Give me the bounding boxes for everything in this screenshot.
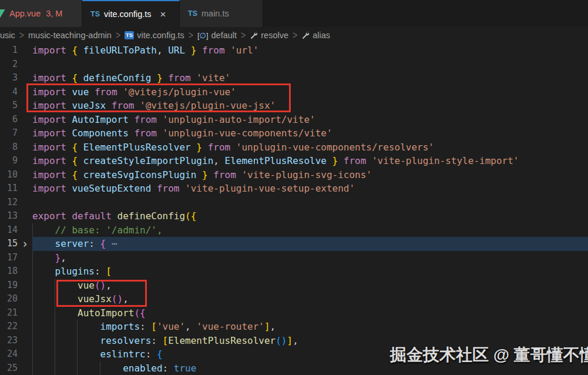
line-number[interactable]: 14 bbox=[0, 223, 18, 237]
code-text: import vueSetupExtend from 'vite-plugin-… bbox=[32, 182, 588, 196]
chevron-right-icon: > bbox=[19, 29, 24, 41]
line-number[interactable]: 5 bbox=[0, 99, 18, 113]
line-number[interactable]: 13 bbox=[0, 209, 18, 223]
wrench-icon bbox=[301, 31, 310, 39]
fold-gutter bbox=[18, 347, 32, 361]
code-line[interactable]: 12 bbox=[0, 196, 588, 210]
code-editor[interactable]: 1import { fileURLToPath, URL } from 'url… bbox=[0, 43, 588, 375]
line-number[interactable]: 15 bbox=[0, 237, 18, 251]
code-line[interactable]: 3import { defineConfig } from 'vite' bbox=[0, 71, 588, 85]
line-number[interactable]: 18 bbox=[0, 264, 18, 279]
tab-main-ts[interactable]: TS main.ts bbox=[180, 0, 263, 27]
code-text bbox=[32, 58, 588, 72]
code-line[interactable]: 9import { createStyleImportPlugin, Eleme… bbox=[0, 154, 588, 168]
line-number[interactable]: 10 bbox=[0, 168, 18, 182]
fold-gutter bbox=[18, 168, 32, 182]
line-number[interactable]: 9 bbox=[0, 154, 18, 168]
line-number[interactable]: 11 bbox=[0, 182, 18, 196]
line-number[interactable]: 24 bbox=[0, 347, 18, 361]
line-number[interactable]: 19 bbox=[0, 279, 18, 293]
line-number[interactable]: 4 bbox=[0, 85, 18, 99]
code-text bbox=[32, 196, 588, 210]
code-text: vueJsx(), bbox=[32, 292, 588, 306]
code-text: }, bbox=[32, 251, 588, 265]
tab-app-vue[interactable]: App.vue 3, M bbox=[0, 0, 82, 27]
chevron-right-icon: > bbox=[189, 29, 193, 41]
code-line[interactable]: 18 plugins: [ bbox=[0, 264, 588, 279]
code-line[interactable]: 6import AutoImport from 'unplugin-auto-i… bbox=[0, 113, 588, 127]
line-number[interactable]: 17 bbox=[0, 251, 18, 265]
code-text: plugins: [ bbox=[32, 264, 588, 279]
code-text: import { ElementPlusResolver } from 'unp… bbox=[32, 140, 588, 155]
code-line[interactable]: 17 }, bbox=[0, 251, 588, 265]
fold-gutter bbox=[18, 292, 32, 306]
fold-gutter bbox=[18, 196, 32, 210]
code-line[interactable]: 8import { ElementPlusResolver } from 'un… bbox=[0, 140, 588, 155]
code-text: import { fileURLToPath, URL } from 'url' bbox=[32, 43, 588, 58]
code-line[interactable]: 21 AutoImport({ bbox=[0, 306, 588, 320]
vscode-window: App.vue 3, M TS vite.config.ts × TS main… bbox=[0, 0, 588, 375]
chevron-right-icon: > bbox=[241, 29, 246, 41]
breadcrumb-item-project[interactable]: music-teaching-admin bbox=[28, 31, 112, 40]
typescript-icon: TS bbox=[188, 9, 197, 18]
fold-gutter bbox=[18, 320, 32, 334]
code-line[interactable]: 13export default defineConfig({ bbox=[0, 209, 588, 223]
code-area: 1import { fileURLToPath, URL } from 'url… bbox=[0, 43, 588, 375]
code-line[interactable]: 14 // base: '/admin/', bbox=[0, 223, 588, 237]
line-number[interactable]: 2 bbox=[0, 58, 18, 72]
tab-vite-config[interactable]: TS vite.config.ts × bbox=[82, 0, 180, 27]
line-number[interactable]: 12 bbox=[0, 196, 18, 210]
fold-gutter bbox=[18, 251, 32, 265]
line-number[interactable]: 23 bbox=[0, 334, 18, 348]
line-number[interactable]: 1 bbox=[0, 43, 18, 58]
fold-chevron-icon[interactable]: › bbox=[18, 237, 32, 251]
code-text: AutoImport({ bbox=[32, 306, 588, 320]
code-text: export default defineConfig({ bbox=[32, 209, 588, 223]
fold-gutter bbox=[18, 306, 32, 320]
line-number[interactable]: 6 bbox=[0, 113, 18, 127]
code-line[interactable]: 1import { fileURLToPath, URL } from 'url… bbox=[0, 43, 588, 58]
code-text: import { defineConfig } from 'vite' bbox=[32, 71, 588, 85]
code-line[interactable]: 19 vue(), bbox=[0, 279, 588, 293]
code-line[interactable]: 20 vueJsx(), bbox=[0, 292, 588, 306]
breadcrumb-item-file[interactable]: TS vite.config.ts bbox=[125, 31, 184, 40]
code-line[interactable]: 22 imports: ['vue', 'vue-router'], bbox=[0, 320, 588, 334]
line-number[interactable]: 21 bbox=[0, 306, 18, 320]
breadcrumb-item-resolve[interactable]: resolve bbox=[250, 31, 288, 40]
breadcrumb-item-music[interactable]: usic bbox=[0, 31, 15, 40]
code-text: import { createSvgIconsPlugin } from 'vi… bbox=[32, 168, 588, 182]
code-text: imports: ['vue', 'vue-router'], bbox=[32, 320, 588, 334]
fold-gutter bbox=[18, 182, 32, 196]
symbol-module-icon: [∅] bbox=[197, 31, 209, 40]
fold-gutter bbox=[18, 140, 32, 155]
fold-gutter bbox=[18, 99, 32, 113]
fold-gutter bbox=[18, 154, 32, 168]
code-line[interactable]: 5import vueJsx from '@vitejs/plugin-vue-… bbox=[0, 99, 588, 113]
tab-bar: App.vue 3, M TS vite.config.ts × TS main… bbox=[0, 0, 588, 27]
line-number[interactable]: 22 bbox=[0, 320, 18, 334]
code-line[interactable]: 15› server: { ⋯ bbox=[0, 237, 588, 251]
line-number[interactable]: 25 bbox=[0, 361, 18, 375]
code-text: import vueJsx from '@vitejs/plugin-vue-j… bbox=[32, 99, 588, 113]
code-text: // base: '/admin/', bbox=[32, 223, 588, 237]
code-line[interactable]: 4import vue from '@vitejs/plugin-vue' bbox=[0, 85, 588, 99]
breadcrumb-item-default[interactable]: [∅] default bbox=[197, 31, 237, 40]
close-icon[interactable]: × bbox=[160, 9, 166, 19]
line-number[interactable]: 20 bbox=[0, 292, 18, 306]
line-number[interactable]: 8 bbox=[0, 140, 18, 155]
code-line[interactable]: 7import Components from 'unplugin-vue-co… bbox=[0, 126, 588, 140]
typescript-icon: TS bbox=[125, 31, 134, 39]
fold-gutter bbox=[18, 113, 32, 127]
breadcrumb-item-alias[interactable]: alias bbox=[301, 31, 330, 40]
typescript-icon: TS bbox=[90, 10, 100, 18]
code-line[interactable]: 2 bbox=[0, 58, 588, 72]
code-line[interactable]: 11import vueSetupExtend from 'vite-plugi… bbox=[0, 182, 588, 196]
line-number[interactable]: 7 bbox=[0, 126, 18, 140]
watermark: 掘金技术社区 @ 董哥懂不懂 bbox=[390, 344, 584, 366]
chevron-right-icon: > bbox=[116, 29, 120, 41]
wrench-icon bbox=[250, 31, 258, 39]
code-line[interactable]: 10import { createSvgIconsPlugin } from '… bbox=[0, 168, 588, 182]
line-number[interactable]: 3 bbox=[0, 71, 18, 85]
fold-gutter bbox=[18, 361, 32, 375]
fold-gutter bbox=[18, 43, 32, 58]
